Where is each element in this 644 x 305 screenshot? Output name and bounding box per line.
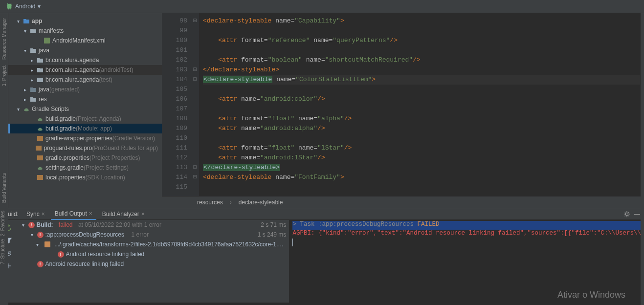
- label: build.gradle: [45, 125, 76, 132]
- tree-node-gradle-wrapper[interactable]: ▸gradle-wrapper.properties (Gradle Versi…: [8, 133, 162, 143]
- line-number: 107: [162, 104, 187, 114]
- folder-icon: [29, 96, 37, 102]
- fold-strip[interactable]: ⊟⊟⊟⊟⊟: [191, 13, 199, 196]
- tab-build-output[interactable]: Build Output×: [51, 208, 96, 220]
- gradle-file-icon: [36, 165, 44, 171]
- line-number: 112: [162, 153, 187, 163]
- props-file-icon: [36, 155, 44, 161]
- build-node-res-error-1[interactable]: ▸! Android resource linking failed: [18, 249, 289, 259]
- close-icon[interactable]: ×: [141, 211, 145, 218]
- build-node-res-error-2[interactable]: ▸! Android resource linking failed: [18, 259, 289, 269]
- tree-node-gradle-properties[interactable]: ▸gradle.properties (Project Properties): [8, 153, 162, 163]
- line-number: 102: [162, 55, 187, 65]
- rail-resource-manager[interactable]: Resource Manager: [1, 18, 7, 60]
- tree-node-gradle-scripts[interactable]: ▾Gradle Scripts: [8, 104, 162, 114]
- line-number: 100: [162, 36, 187, 45]
- close-icon[interactable]: ×: [42, 211, 45, 218]
- tree-node-manifests[interactable]: ▾manifests: [8, 26, 162, 36]
- android-icon: [6, 3, 13, 10]
- label-suffix: (Project: Agenda): [76, 115, 121, 122]
- status: FAILED: [414, 221, 440, 228]
- svg-rect-12: [37, 155, 43, 160]
- label: AGPBI:: [292, 230, 318, 237]
- gutter[interactable]: 98 99 100 101 102 103 104 105 106 107 10…: [162, 13, 191, 196]
- props-file-icon: [36, 135, 44, 141]
- tree-node-res[interactable]: ▸res: [8, 94, 162, 104]
- folder-icon: [29, 87, 37, 92]
- tree-node-java[interactable]: ▾java: [8, 45, 162, 55]
- tab-build-analyzer[interactable]: Build Analyzer×: [98, 208, 149, 220]
- label-suffix: (SDK Location): [85, 174, 125, 181]
- tree-node-build-gradle-module[interactable]: ▸build.gradle (Module: app): [8, 124, 162, 133]
- tree-node-package-androidtest[interactable]: ▸br.com.alura.agenda (androidTest): [8, 65, 162, 75]
- label: local.properties: [45, 174, 85, 181]
- tree-node-java-generated[interactable]: ▸java (generated): [8, 85, 162, 94]
- gradle-file-icon: [36, 116, 44, 122]
- xml-file-icon: [44, 241, 51, 247]
- line-number: 101: [162, 45, 187, 55]
- label: Build Analyzer: [102, 211, 139, 218]
- prefix: >: [292, 221, 300, 228]
- label: Android resource linking failed: [45, 261, 124, 267]
- duration: 1 s 249 ms: [258, 231, 287, 238]
- rail-project[interactable]: 1: Project: [1, 65, 7, 86]
- line-number: 108: [162, 114, 187, 124]
- label: Build:: [37, 221, 53, 228]
- line-number: 114: [162, 173, 187, 182]
- package-icon: [36, 67, 44, 73]
- gradle-file-icon: [36, 126, 44, 131]
- build-node-task[interactable]: ▾! :app:processDebugResources 1 error 1 …: [18, 230, 289, 240]
- breadcrumb-item[interactable]: declare-styleable: [239, 199, 283, 206]
- tree-node-build-gradle-project[interactable]: ▸build.gradle (Project: Agenda): [8, 114, 162, 124]
- error-icon: !: [37, 261, 44, 267]
- gear-icon[interactable]: [623, 211, 630, 218]
- label-suffix: (ProGuard Rules for app): [92, 145, 158, 152]
- package-icon: [36, 77, 44, 83]
- tree-node-settings-gradle[interactable]: ▸settings.gradle (Project Settings): [8, 163, 162, 173]
- windows-activation-overlay: Ativar o Windows: [557, 290, 625, 300]
- top-toolbar: Android ▾: [0, 0, 644, 13]
- label-suffix: (Project Settings): [84, 164, 129, 171]
- package-icon: [36, 57, 44, 63]
- build-tree: ▾! Build: failed at 05/10/2022 22:09 wit…: [18, 220, 290, 303]
- label: gradle.properties: [45, 154, 89, 161]
- tree-node-proguard[interactable]: ▸proguard-rules.pro (ProGuard Rules for …: [8, 143, 162, 153]
- tree-node-android-manifest[interactable]: ▸AndroidManifest.xml: [8, 36, 162, 45]
- rail-build-variants[interactable]: Build Variants: [1, 173, 7, 203]
- label: .../.gradle/caches/transforms-2/files-2.…: [54, 241, 286, 248]
- label: Sync: [26, 211, 40, 218]
- build-node-root[interactable]: ▾! Build: failed at 05/10/2022 22:09 wit…: [18, 220, 289, 230]
- close-icon[interactable]: ×: [89, 210, 92, 217]
- overlay-title: Ativar o Windows: [557, 290, 625, 300]
- line-number: 104: [162, 75, 187, 85]
- label: settings.gradle: [45, 164, 84, 171]
- info: 1 error: [132, 231, 149, 238]
- tree-node-app[interactable]: ▾app: [8, 16, 162, 26]
- build-node-cache-file[interactable]: ▾.../.gradle/caches/transforms-2/files-2…: [18, 240, 289, 249]
- code-view[interactable]: <declare-styleable name="Capability"> <a…: [199, 13, 644, 196]
- label: AndroidManifest.xml: [52, 37, 106, 44]
- gradle-icon: [22, 106, 30, 112]
- right-rail: [641, 13, 644, 305]
- line-number: 109: [162, 124, 187, 133]
- chevron-right-icon: ›: [230, 199, 232, 206]
- line-number: 105: [162, 85, 187, 94]
- breadcrumb-item[interactable]: resources: [197, 199, 223, 206]
- label: :app:processDebugResources: [45, 231, 124, 238]
- hide-panel-icon[interactable]: —: [634, 211, 640, 218]
- label-suffix: (Module: app): [76, 125, 112, 132]
- line-number: 115: [162, 182, 187, 192]
- tree-node-package-test[interactable]: ▸br.com.alura.agenda (test): [8, 75, 162, 85]
- tab-sync[interactable]: Sync×: [22, 208, 49, 220]
- tree-node-package[interactable]: ▸br.com.alura.agenda: [8, 55, 162, 65]
- breadcrumb: resources › declare-styleable: [162, 196, 644, 208]
- rail-favorites[interactable]: 2: Favorites: [0, 211, 5, 236]
- info: at 05/10/2022 22:09 with 1 error: [78, 221, 161, 228]
- svg-point-14: [625, 213, 628, 215]
- label: app: [32, 18, 42, 24]
- module-selector[interactable]: Android ▾: [0, 3, 46, 10]
- line-number: 111: [162, 143, 187, 153]
- tree-node-local-properties[interactable]: ▸local.properties (SDK Location): [8, 173, 162, 182]
- task: Task :app:processDebugResources: [300, 221, 414, 228]
- rail-structure[interactable]: 7: Structure: [0, 239, 5, 264]
